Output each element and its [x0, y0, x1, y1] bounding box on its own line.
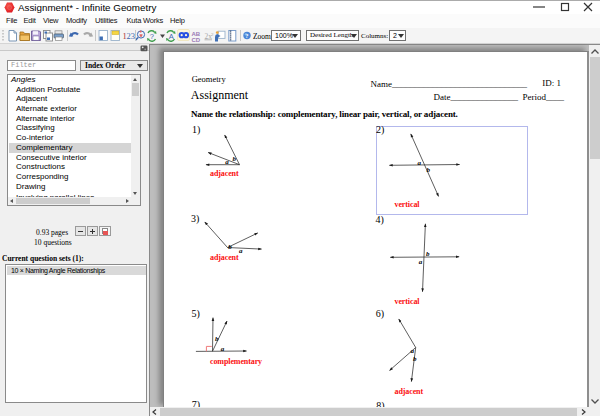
svg-text:A: A [169, 32, 174, 41]
svg-text:b: b [427, 166, 431, 174]
svg-text:a: a [225, 158, 229, 166]
svg-text:?: ? [150, 32, 154, 41]
svg-text:CD: CD [192, 37, 201, 43]
svg-text:a: a [419, 258, 423, 266]
svg-text:b: b [413, 355, 417, 363]
svg-text:a: a [239, 247, 243, 255]
svg-text:a: a [418, 159, 422, 167]
svg-text:2: 2 [211, 32, 214, 37]
svg-text:b: b [426, 250, 430, 258]
svg-text:b: b [215, 335, 219, 343]
svg-text:?: ? [245, 32, 248, 39]
svg-text:b: b [232, 155, 236, 163]
svg-text:23: 23 [127, 31, 136, 41]
svg-text:a: a [221, 345, 225, 353]
svg-text:b: b [228, 243, 232, 251]
